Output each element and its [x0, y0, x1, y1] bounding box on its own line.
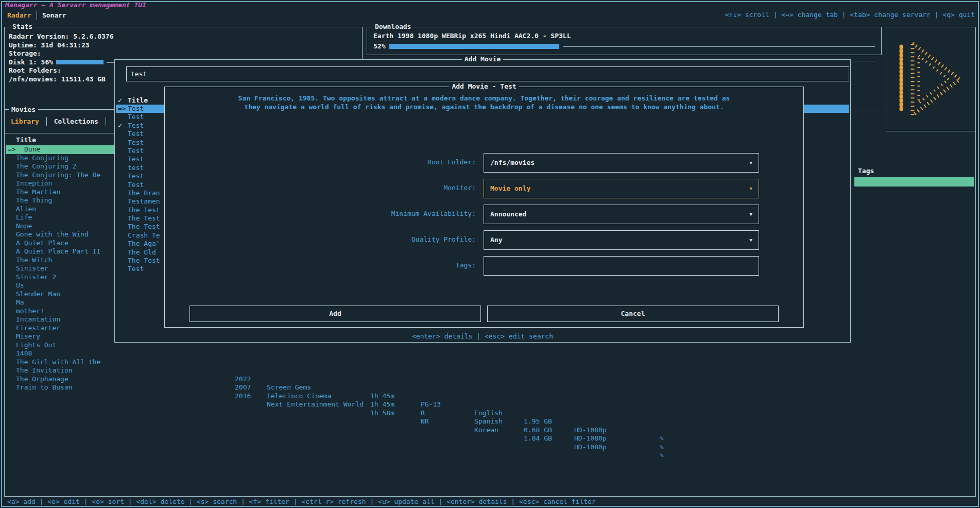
- managarr-logo-panel: [886, 27, 976, 131]
- movie-title: mother!: [16, 307, 44, 316]
- chevron-down-icon: ▼: [750, 179, 752, 198]
- movie-title: The Girl with All the: [16, 358, 100, 367]
- movie-row[interactable]: Lights Out: [6, 341, 120, 350]
- cell-runtime: 1h 45m: [370, 400, 394, 409]
- movie-row-selected[interactable]: =>Dune: [6, 145, 120, 154]
- download-progress-bar-fill: [389, 44, 559, 49]
- movie-row[interactable]: A Quiet Place Part II: [6, 247, 120, 256]
- cancel-button[interactable]: Cancel: [487, 306, 779, 322]
- results-title-column-header: Title: [128, 96, 148, 105]
- disk-usage-label: Disk 1: 56%: [9, 58, 53, 67]
- movie-row[interactable]: Incantation: [6, 315, 120, 324]
- chevron-down-icon: ▼: [750, 154, 752, 172]
- result-title: Test: [128, 172, 144, 180]
- add-movie-modal-title: Add Movie - Test: [449, 82, 519, 91]
- chevron-down-icon: ▼: [750, 231, 752, 249]
- downloads-panel-title: Downloads: [372, 23, 414, 31]
- table-row[interactable]: 2007 Telecinco Cinema 1h 45m R Spanish 0…: [5, 375, 974, 384]
- movie-title: The Thing: [16, 196, 52, 205]
- cell-studio: Next Entertainment World: [267, 400, 364, 409]
- quality-profile-select[interactable]: Any ▼: [484, 230, 759, 250]
- movie-row[interactable]: Nope: [6, 222, 120, 231]
- quality-profile-label: Quality Profile:: [165, 235, 476, 243]
- movie-row[interactable]: Firestarter: [6, 324, 120, 333]
- radarr-version: Radarr Version: 5.2.6.8376: [9, 32, 358, 41]
- movie-row[interactable]: The Conjuring 2: [6, 162, 120, 171]
- movie-title: The Conjuring 2: [16, 162, 76, 171]
- overview-line: they navigate a world full of risks and …: [173, 103, 795, 111]
- result-title: The Test: [128, 257, 160, 265]
- movie-title: Alien: [16, 205, 36, 214]
- movie-row[interactable]: Alien: [6, 205, 120, 214]
- tab-collections[interactable]: Collections: [51, 117, 101, 125]
- uptime: Uptime: 31d 04:31:23: [9, 41, 358, 50]
- movie-row[interactable]: Ma: [6, 298, 120, 307]
- tab-radarr[interactable]: Radarr: [7, 11, 31, 19]
- movie-row[interactable]: A Quiet Place: [6, 239, 120, 248]
- movie-title: The Conjuring: [16, 154, 68, 163]
- table-row[interactable]: 2016 Next Entertainment World 1h 58m NR …: [5, 383, 974, 392]
- quality-profile-value: Any: [484, 231, 759, 249]
- movie-search-input[interactable]: [127, 67, 849, 81]
- minimum-availability-select[interactable]: Announced ▼: [484, 205, 759, 224]
- movie-list[interactable]: =>Dune The Conjuring The Conjuring 2 The…: [6, 145, 120, 392]
- add-movie-popup: Add Movie ✓ Title =>Test Test ✓Test Test…: [114, 59, 851, 343]
- tab-library[interactable]: Library: [8, 117, 42, 125]
- movie-row[interactable]: The Witch: [6, 256, 120, 265]
- monitor-select[interactable]: Movie only ▼: [484, 179, 759, 198]
- movie-row[interactable]: The Conjuring: The De: [6, 171, 120, 180]
- movie-row[interactable]: 1408: [6, 349, 120, 358]
- movie-row[interactable]: The Thing: [6, 196, 120, 205]
- cell-year: 2016: [235, 392, 251, 401]
- movie-title: Incantation: [16, 315, 60, 324]
- movie-search-box: [126, 66, 849, 81]
- tab-divider: [106, 117, 106, 126]
- movie-title: A Quiet Place: [16, 239, 68, 248]
- title-column-header: Title: [16, 136, 36, 144]
- in-library-column-header: ✓: [118, 96, 122, 105]
- cell-quality-profile: HD-1080p: [574, 426, 607, 435]
- cell-quality-profile: HD-1080p: [574, 434, 607, 443]
- movie-title: Nope: [16, 222, 32, 231]
- movie-row[interactable]: Sinister: [6, 264, 120, 273]
- movie-row[interactable]: The Conjuring: [6, 154, 120, 163]
- movie-row[interactable]: Inception: [6, 179, 120, 188]
- movie-row[interactable]: Gone with the Wind: [6, 230, 120, 239]
- result-title: The Test: [128, 214, 160, 223]
- download-progress-bar-track: [563, 46, 875, 47]
- root-folder-label: Root Folder:: [165, 158, 476, 166]
- movie-row[interactable]: Sinister 2: [6, 273, 120, 282]
- add-button[interactable]: Add: [190, 306, 481, 322]
- movie-row[interactable]: Slender Man: [6, 290, 120, 299]
- cell-certification: PG-13: [421, 400, 441, 409]
- movie-row[interactable]: The Girl with All the: [6, 358, 120, 367]
- table-row[interactable]: 2022 Screen Gems 1h 45m PG-13 English 1.…: [5, 366, 974, 375]
- tab-divider: [46, 117, 47, 126]
- root-folder-select[interactable]: /nfs/movies ▼: [484, 153, 759, 173]
- movie-title: The Conjuring: The De: [16, 171, 100, 180]
- result-title: The Test: [128, 223, 160, 231]
- cell-size: 0.68 GB: [524, 426, 552, 435]
- movies-panel-title: Movies: [9, 106, 38, 114]
- movie-row[interactable]: The Martian: [6, 188, 120, 197]
- movie-row[interactable]: Us: [6, 281, 120, 290]
- tags-label: Tags:: [165, 261, 476, 269]
- movie-row[interactable]: Misery: [6, 332, 120, 341]
- movie-title: Life: [16, 213, 32, 222]
- tags-input[interactable]: [484, 256, 759, 276]
- cell-certification: R: [421, 409, 425, 418]
- movie-title: Misery: [16, 332, 40, 341]
- movie-title: Sinister: [16, 264, 48, 273]
- edit-pencil-icon: ✎: [660, 443, 664, 452]
- edit-pencil-icon: ✎: [660, 451, 664, 460]
- movie-title: Us: [16, 281, 24, 290]
- movie-title: Sinister 2: [16, 273, 56, 282]
- movie-row[interactable]: mother!: [6, 307, 120, 316]
- result-title: The Old: [128, 248, 156, 257]
- movie-row[interactable]: Life: [6, 213, 120, 222]
- tab-sonarr[interactable]: Sonarr: [42, 11, 66, 19]
- download-progress-row: 52%: [373, 42, 875, 50]
- selected-row-tags-cell[interactable]: [854, 177, 974, 187]
- cell-size: 1.84 GB: [524, 434, 552, 443]
- result-title: Test: [128, 181, 144, 189]
